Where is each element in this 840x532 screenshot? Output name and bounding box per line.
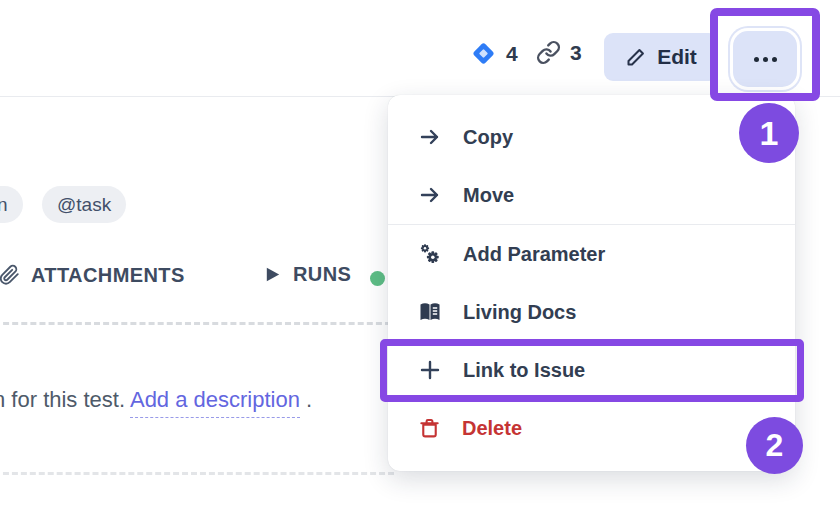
step-number: 1 xyxy=(760,114,779,153)
chain-link-icon xyxy=(536,40,561,65)
tag-label: @task xyxy=(57,194,111,216)
tag-chip-truncated[interactable]: n xyxy=(0,186,23,223)
tag-chip-task[interactable]: @task xyxy=(42,186,126,223)
edit-button-label: Edit xyxy=(657,45,697,69)
menu-item-label: Delete xyxy=(462,417,522,440)
gears-icon xyxy=(418,242,442,266)
tag-label: n xyxy=(0,194,8,216)
menu-item-label: Link to Issue xyxy=(463,359,585,382)
jira-issues-count[interactable]: 4 xyxy=(470,40,518,67)
paperclip-icon xyxy=(0,263,20,287)
edit-button[interactable]: Edit xyxy=(604,33,718,81)
jira-count-value: 4 xyxy=(506,42,518,66)
dashed-divider-top xyxy=(0,322,391,325)
link-count-value: 3 xyxy=(570,41,582,65)
annotation-step-badge-2: 2 xyxy=(746,417,803,474)
runs-section-header[interactable]: RUNS xyxy=(263,263,351,286)
more-actions-dropdown-menu: Copy Move xyxy=(388,95,795,471)
runs-label: RUNS xyxy=(293,263,351,286)
ellipsis-icon xyxy=(754,57,777,62)
menu-item-label: Living Docs xyxy=(463,301,576,324)
test-detail-screen: 4 3 Edit n @task ATT xyxy=(0,0,840,532)
menu-item-label: Copy xyxy=(463,126,513,149)
add-description-link[interactable]: Add a description xyxy=(130,387,300,418)
menu-item-label: Add Parameter xyxy=(463,243,605,266)
book-open-icon xyxy=(418,300,442,324)
top-bar: 4 3 Edit xyxy=(0,0,840,97)
pencil-icon xyxy=(625,47,646,68)
description-text: n for this test. Add a description . xyxy=(0,387,312,413)
linked-items-count[interactable]: 3 xyxy=(536,40,582,65)
menu-item-copy[interactable]: Copy xyxy=(388,108,795,166)
menu-item-delete[interactable]: Delete xyxy=(388,399,795,457)
play-icon xyxy=(263,264,282,285)
description-suffix: . xyxy=(300,387,312,412)
more-actions-button[interactable] xyxy=(733,31,797,87)
arrow-right-icon xyxy=(418,183,442,207)
attachments-label: ATTACHMENTS xyxy=(31,264,185,287)
jira-icon xyxy=(470,40,497,67)
annotation-step-badge-1: 1 xyxy=(739,103,799,163)
plus-icon xyxy=(418,358,442,382)
menu-item-move[interactable]: Move xyxy=(388,166,795,224)
dashed-divider-bottom xyxy=(0,472,394,475)
menu-item-add-parameter[interactable]: Add Parameter xyxy=(388,225,795,283)
menu-item-living-docs[interactable]: Living Docs xyxy=(388,283,795,341)
arrow-right-icon xyxy=(418,125,442,149)
menu-item-label: Move xyxy=(463,184,514,207)
attachments-section-header[interactable]: ATTACHMENTS xyxy=(0,263,185,287)
description-prefix: n for this test. xyxy=(0,387,130,412)
menu-item-link-to-issue[interactable]: Link to Issue xyxy=(388,341,795,399)
trash-icon xyxy=(418,417,441,440)
runs-status-dot xyxy=(370,271,385,286)
step-number: 2 xyxy=(766,427,784,464)
